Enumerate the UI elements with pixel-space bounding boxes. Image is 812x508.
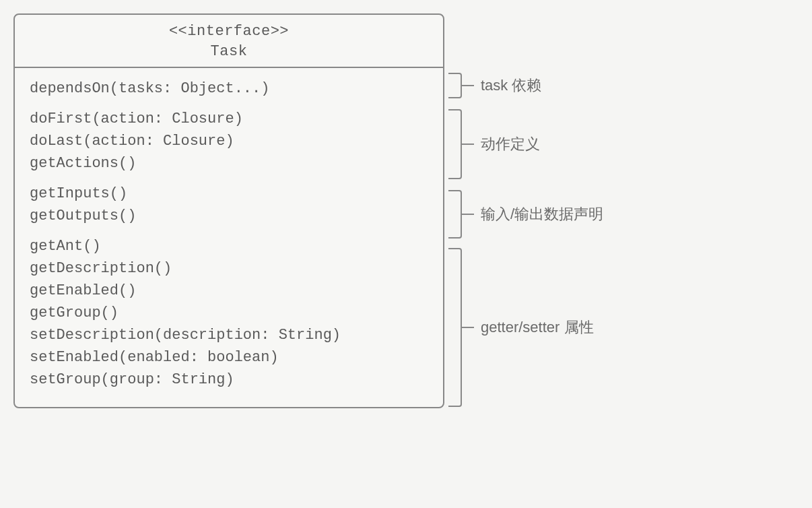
dash-icon [462, 144, 474, 145]
method: doFirst(action: Closure) [30, 108, 428, 130]
bracket-icon [448, 109, 462, 179]
annotation-row-io: 输入/输出数据声明 [444, 190, 603, 239]
method-group-getset: getAnt() getDescription() getEnabled() g… [30, 231, 428, 395]
interface-name: Task [15, 42, 443, 62]
bracket-icon [448, 73, 462, 98]
annotation-column: task 依赖 动作定义 输入/输出数据声明 getter/setter 属性 [444, 13, 603, 407]
uml-interface-box: <<interface>> Task dependsOn(tasks: Obje… [13, 13, 444, 408]
method: dependsOn(tasks: Object...) [30, 77, 428, 100]
stereotype-label: <<interface>> [15, 22, 443, 42]
method: setEnabled(enabled: boolean) [30, 346, 428, 369]
method: getEnabled() [30, 280, 428, 302]
method: setGroup(group: String) [30, 369, 428, 391]
annotation-row-depends: task 依赖 [444, 73, 603, 98]
annotation-label: 输入/输出数据声明 [474, 204, 603, 224]
method: getOutputs() [30, 205, 428, 227]
method: getActions() [30, 152, 428, 174]
method: doLast(action: Closure) [30, 130, 428, 152]
dash-icon [462, 214, 474, 215]
method: setDescription(description: String) [30, 324, 428, 346]
method: getGroup() [30, 302, 428, 324]
method-group-io: getInputs() getOutputs() [30, 179, 428, 231]
uml-body: dependsOn(tasks: Object...) doFirst(acti… [15, 68, 443, 407]
annotation-label: getter/setter 属性 [474, 317, 594, 338]
bracket-icon [448, 190, 462, 239]
annotation-label: task 依赖 [474, 75, 541, 96]
method: getDescription() [30, 257, 428, 280]
method: getInputs() [30, 183, 428, 205]
method-group-depends: dependsOn(tasks: Object...) [30, 73, 428, 104]
uml-header: <<interface>> Task [15, 15, 443, 68]
diagram-stage: <<interface>> Task dependsOn(tasks: Obje… [13, 13, 799, 408]
bracket-icon [448, 248, 462, 407]
annotation-row-getset: getter/setter 属性 [444, 248, 603, 407]
dash-icon [462, 85, 474, 86]
method-group-actions: doFirst(action: Closure) doLast(action: … [30, 104, 428, 179]
dash-icon [462, 327, 474, 328]
annotation-label: 动作定义 [474, 134, 540, 154]
annotation-row-actions: 动作定义 [444, 109, 603, 179]
method: getAnt() [30, 235, 428, 257]
